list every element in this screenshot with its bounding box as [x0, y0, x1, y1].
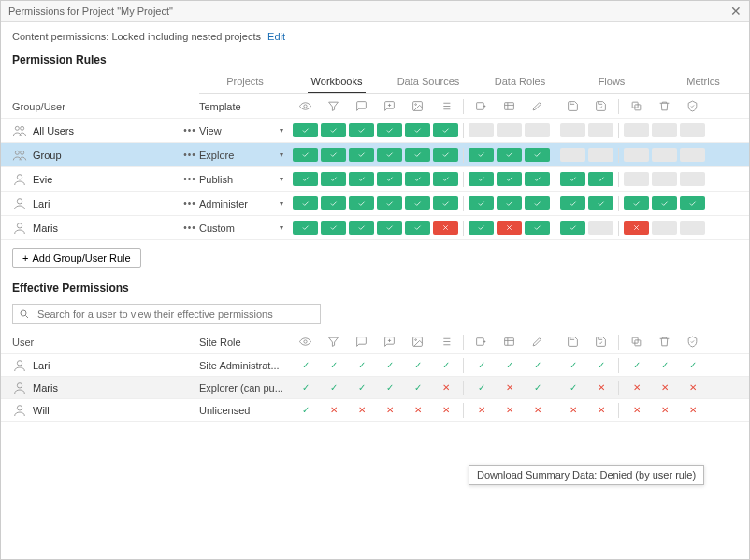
perm-cell[interactable] — [560, 221, 585, 235]
perm-cell[interactable] — [652, 172, 677, 186]
perm-cell[interactable] — [588, 221, 613, 235]
add-group-user-rule-button[interactable]: + Add Group/User Rule — [12, 248, 141, 268]
perm-cell[interactable] — [624, 123, 649, 137]
perm-cell[interactable] — [469, 172, 494, 186]
perm-cell[interactable] — [497, 196, 522, 210]
tab-metrics[interactable]: Metrics — [657, 70, 749, 93]
tab-flows[interactable]: Flows — [566, 70, 657, 93]
close-icon[interactable]: ✕ — [730, 5, 742, 18]
perm-cell[interactable] — [433, 196, 458, 210]
perm-cell[interactable] — [469, 123, 494, 137]
perm-cell[interactable] — [405, 221, 430, 235]
perm-cell[interactable] — [652, 123, 677, 137]
perm-cell[interactable] — [680, 123, 705, 137]
eff-cell: ✓ — [560, 382, 585, 393]
template-dropdown[interactable]: View▾ — [199, 125, 283, 136]
perm-cell[interactable] — [497, 221, 522, 235]
perm-cell[interactable] — [433, 172, 458, 186]
perm-cell[interactable] — [349, 123, 374, 137]
perm-cell[interactable] — [377, 123, 402, 137]
perm-cell[interactable] — [469, 148, 494, 162]
perm-cell[interactable] — [377, 148, 402, 162]
rule-menu-button[interactable]: ••• — [180, 175, 199, 184]
perm-cell[interactable] — [293, 172, 318, 186]
perm-cell[interactable] — [652, 221, 677, 235]
perm-cell[interactable] — [497, 172, 522, 186]
perm-cell[interactable] — [469, 221, 494, 235]
tab-data-sources[interactable]: Data Sources — [382, 70, 474, 93]
template-dropdown[interactable]: Explore▾ — [199, 150, 283, 161]
perm-cell[interactable] — [433, 123, 458, 137]
effective-row[interactable]: MarisExplorer (can pu...✓✓✓✓✓✕✓✕✓✓✕✕✕✕ — [1, 377, 749, 399]
perm-cell[interactable] — [624, 148, 649, 162]
perm-cell[interactable] — [652, 148, 677, 162]
perm-cell[interactable] — [377, 221, 402, 235]
perm-cell[interactable] — [405, 148, 430, 162]
effective-row[interactable]: LariSite Administrat...✓✓✓✓✓✓✓✓✓✓✓✓✓✓ — [1, 354, 749, 377]
rule-row[interactable]: Maris•••Custom▾ — [1, 216, 749, 240]
perm-cell[interactable] — [405, 123, 430, 137]
perm-cell[interactable] — [321, 221, 346, 235]
perm-cell[interactable] — [525, 196, 550, 210]
perm-cell[interactable] — [497, 123, 522, 137]
perm-cell[interactable] — [433, 148, 458, 162]
perm-cell[interactable] — [680, 221, 705, 235]
rule-row[interactable]: Lari•••Administer▾ — [1, 192, 749, 216]
effective-row[interactable]: WillUnlicensed✓✕✕✕✕✕✕✕✕✕✕✕✕✕ — [1, 399, 749, 422]
template-dropdown[interactable]: Publish▾ — [199, 174, 283, 185]
search-input[interactable] — [36, 308, 314, 321]
perm-cell[interactable] — [349, 172, 374, 186]
perm-cell[interactable] — [293, 123, 318, 137]
perm-cell[interactable] — [560, 148, 585, 162]
template-dropdown[interactable]: Custom▾ — [199, 223, 283, 234]
rule-row[interactable]: Evie•••Publish▾ — [1, 167, 749, 192]
rule-menu-button[interactable]: ••• — [180, 199, 199, 208]
perm-cell[interactable] — [680, 172, 705, 186]
perm-cell[interactable] — [588, 196, 613, 210]
perm-cell[interactable] — [680, 196, 705, 210]
perm-cell[interactable] — [624, 196, 649, 210]
perm-cell[interactable] — [560, 172, 585, 186]
perm-cell[interactable] — [497, 148, 522, 162]
rule-row[interactable]: Group•••Explore▾ — [1, 143, 749, 167]
perm-cell[interactable] — [525, 123, 550, 137]
perm-cell[interactable] — [525, 148, 550, 162]
perm-cell[interactable] — [293, 196, 318, 210]
rule-row[interactable]: All Users•••View▾ — [1, 119, 749, 143]
perm-cell[interactable] — [525, 221, 550, 235]
content-permissions-edit-link[interactable]: Edit — [267, 31, 285, 42]
perm-cell[interactable] — [377, 196, 402, 210]
tab-projects[interactable]: Projects — [199, 70, 291, 93]
perm-cell[interactable] — [377, 172, 402, 186]
perm-cell[interactable] — [321, 148, 346, 162]
perm-cell[interactable] — [560, 196, 585, 210]
perm-cell[interactable] — [321, 196, 346, 210]
perm-cell[interactable] — [293, 148, 318, 162]
perm-cell[interactable] — [680, 148, 705, 162]
perm-cell[interactable] — [433, 221, 458, 235]
tab-data-roles[interactable]: Data Roles — [474, 70, 566, 93]
perm-cell[interactable] — [588, 148, 613, 162]
template-dropdown[interactable]: Administer▾ — [199, 198, 283, 209]
rule-menu-button[interactable]: ••• — [180, 223, 199, 233]
perm-cell[interactable] — [652, 196, 677, 210]
user-search-box[interactable] — [12, 304, 321, 324]
perm-cell[interactable] — [349, 148, 374, 162]
perm-cell[interactable] — [405, 172, 430, 186]
perm-cell[interactable] — [588, 123, 613, 137]
tab-workbooks[interactable]: Workbooks — [291, 70, 382, 93]
perm-cell[interactable] — [588, 172, 613, 186]
perm-cell[interactable] — [321, 123, 346, 137]
perm-cell[interactable] — [349, 196, 374, 210]
perm-cell[interactable] — [469, 196, 494, 210]
perm-cell[interactable] — [293, 221, 318, 235]
perm-cell[interactable] — [405, 196, 430, 210]
perm-cell[interactable] — [560, 123, 585, 137]
perm-cell[interactable] — [624, 172, 649, 186]
perm-cell[interactable] — [349, 221, 374, 235]
perm-cell[interactable] — [321, 172, 346, 186]
rule-menu-button[interactable]: ••• — [180, 151, 199, 160]
perm-cell[interactable] — [525, 172, 550, 186]
rule-menu-button[interactable]: ••• — [180, 126, 199, 136]
perm-cell[interactable] — [624, 221, 649, 235]
